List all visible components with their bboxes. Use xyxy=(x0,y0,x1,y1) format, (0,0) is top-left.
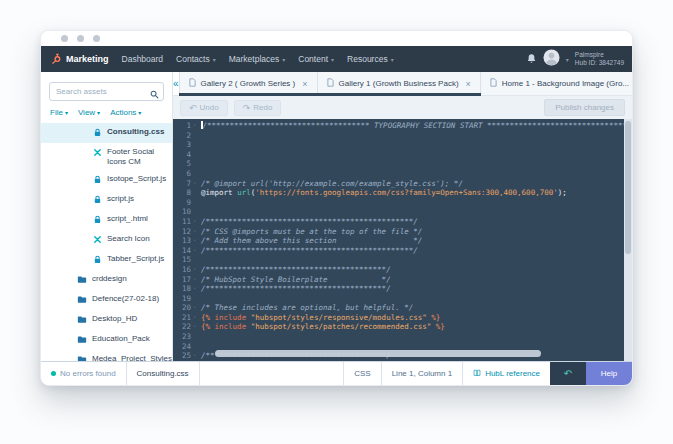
file-item-label: Desktop_HD xyxy=(92,314,137,324)
code-line-16[interactable]: 16-/************************************… xyxy=(173,265,632,275)
folder-item-defence-27-02-18[interactable]: Defence(27-02-18) xyxy=(41,290,172,310)
code-line-14[interactable]: 14-/************************************… xyxy=(173,246,632,256)
close-icon[interactable]: × xyxy=(466,79,471,89)
code-line-8[interactable]: 8@import url('https://fonts.googleapis.c… xyxy=(173,188,632,198)
code-line-13[interactable]: 13-/* Add them above this section */ xyxy=(173,236,632,246)
nav-item-dashboard[interactable]: Dashboard xyxy=(122,54,164,64)
code-line-5[interactable]: 5 xyxy=(173,159,632,169)
nav-item-contacts[interactable]: Contacts▾ xyxy=(176,54,216,64)
fold-marker[interactable]: - xyxy=(191,227,198,237)
line-gutter: 17- xyxy=(173,275,198,285)
line-gutter: 9 xyxy=(173,198,198,208)
fold-marker[interactable]: - xyxy=(191,217,198,227)
token-comment: /* These includes are optional, but help… xyxy=(201,303,413,312)
file-item-label: crddesign xyxy=(92,274,127,284)
close-icon[interactable]: × xyxy=(302,79,307,89)
menu-view[interactable]: View▾ xyxy=(78,108,100,117)
fold-marker[interactable]: - xyxy=(191,275,198,285)
code-text xyxy=(198,140,201,150)
chevron-down-icon: ▾ xyxy=(65,109,68,116)
fold-marker[interactable]: - xyxy=(191,265,198,275)
menu-actions[interactable]: Actions▾ xyxy=(110,108,141,117)
code-line-12[interactable]: 12-/* CSS @imports must be at the top of… xyxy=(173,227,632,237)
code-line-23[interactable]: 23 xyxy=(173,332,632,342)
fold-marker[interactable]: - xyxy=(191,284,198,294)
line-gutter: 7- xyxy=(173,179,198,189)
code-text xyxy=(198,207,201,217)
undo-button[interactable]: ↶ Undo xyxy=(180,100,228,116)
fold-marker[interactable]: - xyxy=(191,313,198,323)
help-button[interactable]: Help xyxy=(586,362,632,385)
avatar[interactable] xyxy=(543,49,560,70)
code-line-15[interactable]: 15 xyxy=(173,255,632,265)
token-comment: /***************************************… xyxy=(201,217,418,226)
code-text: /***************************************… xyxy=(198,265,391,275)
open-file-tab[interactable]: Consulting.css xyxy=(127,362,200,385)
code-line-10[interactable]: 10 xyxy=(173,207,632,217)
fold-marker[interactable]: - xyxy=(191,236,198,246)
code-line-19[interactable]: 19 xyxy=(173,294,632,304)
code-line-11[interactable]: 11-/************************************… xyxy=(173,217,632,227)
fold-marker[interactable]: - xyxy=(191,246,198,256)
chevron-down-icon[interactable]: ▾ xyxy=(566,56,569,63)
history-undo-button[interactable]: ↶ xyxy=(550,362,586,385)
code-line-21[interactable]: 21-{% include "hubspot/styles/responsive… xyxy=(173,313,632,323)
token-plain: @import xyxy=(201,188,237,197)
nav-item-label: Resources xyxy=(347,54,388,64)
folder-item-medea-project-stylesheet[interactable]: Medea_Project_Stylesheet xyxy=(41,350,172,361)
menu-file[interactable]: File▾ xyxy=(50,108,68,117)
fold-marker[interactable]: - xyxy=(191,351,198,361)
code-line-9[interactable]: 9 xyxy=(173,198,632,208)
nav-item-content[interactable]: Content▾ xyxy=(298,54,334,64)
token-comment: /************************************ TY… xyxy=(203,121,633,130)
asset-file-list: Consulting.cssFooter Social Icons CMIsot… xyxy=(41,122,172,361)
file-item-footer-social-icons-cm[interactable]: Footer Social Icons CM xyxy=(41,143,172,170)
line-number: 16 xyxy=(178,265,191,275)
fold-marker[interactable]: - xyxy=(191,322,198,332)
folder-item-education-pack[interactable]: Education_Pack xyxy=(41,330,172,350)
file-item-script-html[interactable]: script_.html xyxy=(41,210,172,230)
file-item-label: Tabber_Script.js xyxy=(107,254,164,264)
token-comment: /* Add them above this section */ xyxy=(201,236,422,245)
horizontal-scrollbar[interactable] xyxy=(215,350,541,357)
code-line-4[interactable]: 4 xyxy=(173,150,632,160)
code-line-18[interactable]: 18-/************************************… xyxy=(173,284,632,294)
file-item-script-js[interactable]: script.js xyxy=(41,190,172,210)
file-item-search-icon[interactable]: Search Icon xyxy=(41,230,172,250)
window-dot-icon[interactable] xyxy=(77,35,84,42)
code-line-1[interactable]: 1-/************************************ … xyxy=(173,121,632,131)
nav-item-marketplaces[interactable]: Marketplaces▾ xyxy=(229,54,286,64)
hubl-reference-link[interactable]: HubL reference xyxy=(462,362,550,385)
code-line-22[interactable]: 22-{% include "hubspot/styles/patches/re… xyxy=(173,322,632,332)
fold-marker[interactable]: - xyxy=(191,179,198,189)
vertical-scrollbar[interactable] xyxy=(624,119,632,361)
code-editor[interactable]: 1-/************************************ … xyxy=(173,119,632,361)
brand-logo[interactable]: Marketing xyxy=(51,53,109,66)
tab-home-1-background-image-gro[interactable]: Home 1 - Background Image (Gro...× xyxy=(481,72,633,95)
file-item-consulting-css[interactable]: Consulting.css xyxy=(41,123,172,143)
tab-gallery-2-growth-series[interactable]: Gallery 2 ( Growth Series )× xyxy=(179,72,318,95)
folder-item-desktop-hd[interactable]: Desktop_HD xyxy=(41,310,172,330)
window-dot-icon[interactable] xyxy=(61,35,68,42)
tab-gallery-1-growth-business-pack[interactable]: Gallery 1 (Growth Business Pack)× xyxy=(318,72,481,95)
account-info[interactable]: Palmspire Hub ID: 3842749 xyxy=(575,51,624,67)
fold-marker[interactable]: - xyxy=(191,121,198,131)
code-line-7[interactable]: 7-/* @import url('http://example.com/exa… xyxy=(173,179,632,189)
code-line-20[interactable]: 20-/* These includes are optional, but h… xyxy=(173,303,632,313)
publish-changes-button[interactable]: Publish changes xyxy=(544,99,625,116)
file-item-isotope-script-js[interactable]: Isotope_Script.js xyxy=(41,170,172,190)
code-line-2[interactable]: 2 xyxy=(173,131,632,141)
line-gutter: 4 xyxy=(173,150,198,160)
folder-item-crddesign[interactable]: crddesign xyxy=(41,270,172,290)
fold-marker[interactable]: - xyxy=(191,303,198,313)
code-line-17[interactable]: 17-/* HubSpot Style Boilerplate */ xyxy=(173,275,632,285)
nav-item-resources[interactable]: Resources▾ xyxy=(347,54,394,64)
code-line-6[interactable]: 6 xyxy=(173,169,632,179)
file-item-tabber-script-js[interactable]: Tabber_Script.js xyxy=(41,250,172,270)
code-line-3[interactable]: 3 xyxy=(173,140,632,150)
window-dot-icon[interactable] xyxy=(93,35,100,42)
notifications-bell-icon[interactable] xyxy=(526,50,537,68)
search-input[interactable] xyxy=(49,82,164,101)
screenshot-stage: Marketing DashboardContacts▾Marketplaces… xyxy=(0,0,673,444)
redo-button[interactable]: ↷ Redo xyxy=(234,100,282,116)
